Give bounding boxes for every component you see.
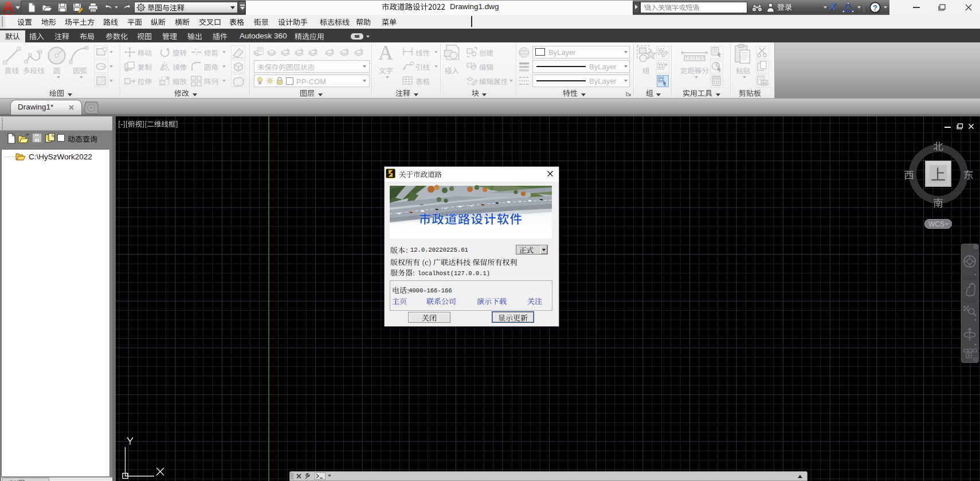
- svg-text:?: ?: [873, 3, 877, 12]
